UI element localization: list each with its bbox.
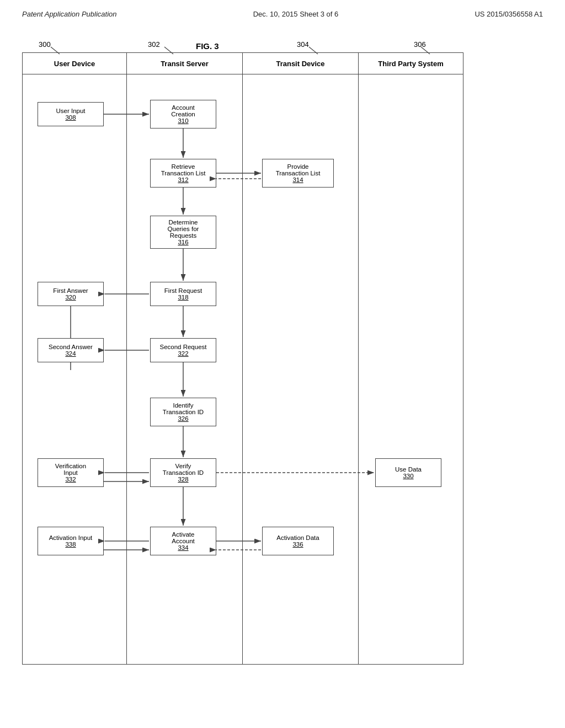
box-provide-transaction-list: ProvideTransaction List 314	[262, 159, 334, 188]
col-num-300: 300	[39, 40, 51, 49]
box-account-creation: AccountCreation 310	[150, 100, 216, 129]
header-center: Dec. 10, 2015 Sheet 3 of 6	[253, 10, 339, 18]
col-num-304: 304	[297, 40, 309, 49]
box-first-request: First Request 318	[150, 282, 216, 306]
box-second-answer: Second Answer 324	[38, 338, 104, 362]
diagram-area: 300 302 304 306 FIG. 3 User Device Trans…	[22, 40, 543, 702]
col-header-transit-device: Transit Device	[243, 52, 359, 74]
box-verify-transaction-id: VerifyTransaction ID 328	[150, 458, 216, 487]
box-use-data: Use Data 330	[375, 458, 441, 487]
col-num-306: 306	[414, 40, 426, 49]
col-num-302: 302	[148, 40, 160, 49]
col-header-transit-server: Transit Server	[127, 52, 243, 74]
box-retrieve-transaction-list: RetrieveTransaction List 312	[150, 159, 216, 188]
box-activate-account: ActivateAccount 334	[150, 527, 216, 555]
col-header-third-party: Third Party System	[359, 52, 463, 74]
header-right: US 2015/0356558 A1	[475, 10, 543, 18]
page-header: Patent Application Publication Dec. 10, …	[0, 0, 565, 24]
box-second-request: Second Request 322	[150, 338, 216, 362]
box-activation-data: Activation Data 336	[262, 527, 334, 555]
header-left: Patent Application Publication	[22, 10, 117, 18]
col-header-user: User Device	[22, 52, 127, 74]
box-identify-transaction-id: IdentifyTransaction ID 326	[150, 398, 216, 426]
box-determine-queries: DetermineQueries forRequests 316	[150, 216, 216, 249]
box-activation-input: Activation Input 338	[38, 527, 104, 555]
col-user-body	[22, 74, 127, 665]
box-user-input: User Input 308	[38, 102, 104, 126]
box-first-answer: First Answer 320	[38, 282, 104, 306]
page: Patent Application Publication Dec. 10, …	[0, 0, 565, 728]
fig-title: FIG. 3	[196, 41, 219, 51]
box-verification-input: VerificationInput 332	[38, 458, 104, 487]
col-third-party-body	[359, 74, 463, 665]
